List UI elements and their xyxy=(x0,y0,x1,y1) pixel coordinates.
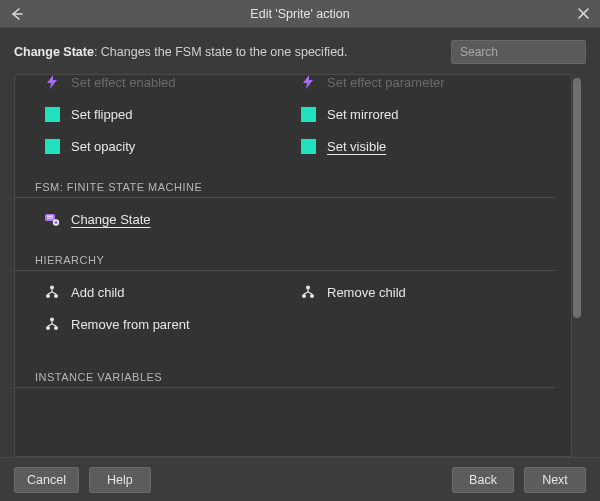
action-set-opacity[interactable]: Set opacity xyxy=(43,133,299,159)
back-arrow-icon xyxy=(9,6,25,22)
effect-icon xyxy=(299,74,317,91)
fsm-group: Change State xyxy=(15,206,571,236)
action-set-effect-parameter[interactable]: Set effect parameter xyxy=(299,74,555,95)
svg-point-10 xyxy=(310,294,314,298)
action-set-visible[interactable]: Set visible xyxy=(299,133,555,159)
back-arrow-button[interactable] xyxy=(0,0,34,27)
action-description-name: Change State xyxy=(14,45,94,59)
next-button[interactable]: Next xyxy=(524,467,586,493)
hierarchy-group: Add child Remove child Remove from paren… xyxy=(15,279,571,341)
help-button[interactable]: Help xyxy=(89,467,151,493)
search-input[interactable] xyxy=(451,40,586,64)
svg-point-5 xyxy=(50,286,54,290)
fsm-icon xyxy=(43,210,61,228)
titlebar: Edit 'Sprite' action xyxy=(0,0,600,28)
svg-point-8 xyxy=(306,286,310,290)
svg-rect-2 xyxy=(47,218,53,219)
section-hierarchy-title: HIERARCHY xyxy=(15,236,555,271)
hierarchy-icon xyxy=(299,283,317,301)
dialog-window: Edit 'Sprite' action Change State: Chang… xyxy=(0,0,600,501)
dialog-header: Change State: Changes the FSM state to t… xyxy=(0,28,600,74)
appearance-icon xyxy=(43,105,61,123)
appearance-group-partial: Set effect enabled Set effect parameter … xyxy=(15,74,571,163)
action-set-effect-enabled[interactable]: Set effect enabled xyxy=(43,74,299,95)
dialog-footer: Cancel Help Back Next xyxy=(0,457,600,501)
action-remove-from-parent[interactable]: Remove from parent xyxy=(43,311,299,337)
cancel-button[interactable]: Cancel xyxy=(14,467,79,493)
back-button[interactable]: Back xyxy=(452,467,514,493)
action-set-mirrored[interactable]: Set mirrored xyxy=(299,101,555,127)
action-list-panel: Set effect enabled Set effect parameter … xyxy=(14,74,572,457)
appearance-icon xyxy=(43,137,61,155)
content-area: Set effect enabled Set effect parameter … xyxy=(0,74,600,457)
scrollbar-thumb[interactable] xyxy=(573,78,581,318)
svg-point-12 xyxy=(46,326,50,330)
close-icon xyxy=(577,7,590,20)
appearance-icon xyxy=(299,105,317,123)
action-set-flipped[interactable]: Set flipped xyxy=(43,101,299,127)
scrollbar-track[interactable] xyxy=(581,74,591,457)
action-remove-child[interactable]: Remove child xyxy=(299,279,555,305)
dialog-title: Edit 'Sprite' action xyxy=(34,7,566,21)
svg-rect-0 xyxy=(45,214,55,221)
svg-point-4 xyxy=(55,221,58,224)
svg-point-9 xyxy=(302,294,306,298)
svg-point-6 xyxy=(46,294,50,298)
hierarchy-icon xyxy=(43,315,61,333)
section-fsm-title: FSM: FINITE STATE MACHINE xyxy=(15,163,555,198)
close-button[interactable] xyxy=(566,0,600,27)
svg-rect-1 xyxy=(47,216,53,217)
action-change-state[interactable]: Change State xyxy=(43,206,299,232)
appearance-icon xyxy=(299,137,317,155)
section-instance-variables-title: INSTANCE VARIABLES xyxy=(15,353,555,388)
hierarchy-icon xyxy=(43,283,61,301)
effect-icon xyxy=(43,74,61,91)
svg-point-11 xyxy=(50,318,54,322)
action-description: Change State: Changes the FSM state to t… xyxy=(14,44,443,60)
action-add-child[interactable]: Add child xyxy=(43,279,299,305)
svg-point-7 xyxy=(54,294,58,298)
svg-point-13 xyxy=(54,326,58,330)
action-description-text: : Changes the FSM state to the one speci… xyxy=(94,45,348,59)
